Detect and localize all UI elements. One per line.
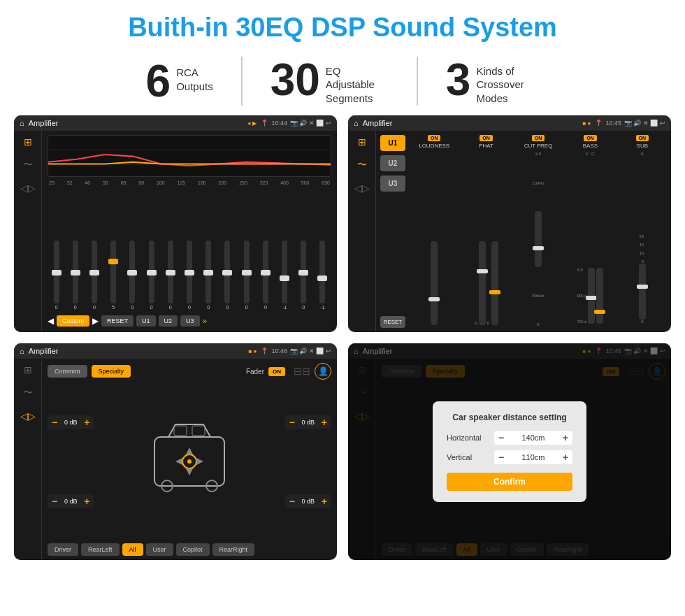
fader-home-icon[interactable]: ⌂ — [20, 347, 24, 355]
cutfreq-slider[interactable] — [535, 211, 542, 267]
crossover-cutfreq: ON CUT FREQ 3.0 100Hz 80kHz 0 — [514, 135, 563, 328]
fader-sliders-icon: ⊟⊟ — [294, 366, 310, 377]
fader-sidebar-speaker-icon[interactable]: ◁▷ — [20, 410, 36, 422]
crossover-main-content: U1 U2 U3 RESET ON LOUDNESS — [376, 131, 671, 332]
fader-dots: ■ ● — [249, 348, 257, 354]
person-icon[interactable]: 👤 — [315, 363, 331, 380]
eq-freq-labels: 253240506380100125160200250320400500630 — [48, 180, 331, 186]
eq-sliders: 0 0 0 5 0 0 0 0 0 0 0 0 -1 0 -1 — [48, 186, 331, 313]
fader-bottomright-plus[interactable]: + — [322, 496, 327, 507]
sub-scale-g: G — [640, 152, 644, 156]
eq-prev-arrow[interactable]: ◀ — [48, 316, 54, 326]
svg-point-9 — [187, 459, 192, 464]
dialog-horizontal-plus[interactable]: + — [563, 432, 568, 443]
eq-sidebar-filter-icon[interactable]: ⊞ — [24, 136, 32, 148]
fader-on-toggle[interactable]: ON — [268, 367, 285, 376]
fader-bottomright-minus[interactable]: − — [289, 496, 295, 507]
crossover-sidebar-speaker-icon[interactable]: ◁▷ — [354, 182, 370, 194]
phat-slider-1[interactable] — [479, 241, 486, 325]
bass-label: BASS — [583, 143, 598, 149]
loudness-on-badge[interactable]: ON — [428, 135, 441, 141]
bass-slider-1[interactable] — [588, 268, 595, 324]
eq-next-arrow[interactable]: ▶ — [92, 316, 99, 326]
phat-on-badge[interactable]: ON — [480, 135, 493, 141]
cutfreq-on-badge[interactable]: ON — [532, 135, 545, 141]
dialog-vertical-plus[interactable]: + — [563, 452, 568, 463]
eq-custom-btn[interactable]: Custom — [57, 315, 89, 327]
fader-specialty-tab[interactable]: Specialty — [92, 365, 131, 378]
crossover-sidebar-filter-icon[interactable]: ⊞ — [358, 136, 366, 148]
dialog-vertical-control: − 110cm + — [494, 450, 572, 464]
fader-bottomright-control: − 0 dB + — [285, 494, 331, 508]
eq-sidebar-speaker-icon[interactable]: ◁▷ — [20, 182, 36, 194]
dialog-horizontal-value: 140cm — [507, 434, 560, 442]
crossover-body: ⊞ 〜 ◁▷ U1 U2 U3 RESET ON LOUDNESS — [348, 131, 671, 332]
eq-expand-icon[interactable]: » — [203, 316, 208, 326]
fader-sidebar-wave-icon[interactable]: 〜 — [23, 387, 33, 399]
crossover-dots: ■ ● — [583, 120, 591, 127]
crossover-u2-btn[interactable]: U2 — [380, 155, 405, 171]
fader-bottomleft-minus[interactable]: − — [52, 496, 57, 507]
loudness-slider[interactable] — [431, 241, 438, 325]
fader-copilot-btn[interactable]: Copilot — [176, 543, 210, 556]
eq-graph — [48, 135, 331, 177]
eq-slider-630: -1 — [314, 241, 331, 310]
crossover-reset-btn[interactable]: RESET — [380, 316, 405, 328]
bass-slider-2[interactable] — [596, 268, 603, 324]
fader-sidebar-filter-icon[interactable]: ⊞ — [24, 364, 32, 375]
crossover-home-icon[interactable]: ⌂ — [354, 119, 359, 127]
crossover-screen: ⌂ Amplifier ■ ● 📍 10:45 📷 🔊 ✕ ⬜ ↩ ⊞ 〜 ◁▷… — [348, 115, 671, 332]
eq-reset-btn[interactable]: RESET — [101, 315, 134, 327]
eq-slider-63: 0 — [124, 241, 141, 310]
fader-topright-plus[interactable]: + — [322, 417, 327, 428]
fader-rearright-btn[interactable]: RearRight — [212, 543, 255, 556]
fader-label: Fader — [246, 368, 264, 375]
eq-slider-320: 0 — [257, 241, 274, 310]
car-diagram-container — [99, 384, 279, 539]
eq-u3-btn[interactable]: U3 — [180, 315, 200, 327]
crossover-u3-btn[interactable]: U3 — [380, 176, 405, 192]
eq-slider-80: 0 — [143, 241, 160, 310]
phat-slider-2[interactable] — [491, 241, 498, 325]
crossover-sidebar-wave-icon[interactable]: 〜 — [357, 159, 367, 171]
bass-on-badge[interactable]: ON — [584, 135, 597, 141]
fader-user-btn[interactable]: User — [146, 543, 173, 556]
eq-sidebar-wave-icon[interactable]: 〜 — [23, 159, 33, 171]
dialog-box: Car speaker distance setting Horizontal … — [433, 401, 586, 502]
phat-scale-f: F — [487, 321, 490, 325]
crossover-sub: ON SUB G 2015105 0 — [618, 135, 667, 328]
fader-topleft-plus[interactable]: + — [84, 417, 89, 428]
svg-rect-4 — [174, 426, 187, 436]
crossover-title: Amplifier — [363, 119, 579, 127]
stat-crossover-text: Kinds ofCrossover Modes — [476, 57, 539, 106]
fader-topright-minus[interactable]: − — [289, 417, 295, 428]
sub-on-badge[interactable]: ON — [636, 135, 649, 141]
eq-slider-500: 0 — [295, 241, 312, 310]
fader-common-tab[interactable]: Common — [48, 365, 87, 378]
fader-driver-btn[interactable]: Driver — [48, 543, 78, 556]
fader-rearleft-btn[interactable]: RearLeft — [81, 543, 120, 556]
eq-u1-btn[interactable]: U1 — [136, 315, 156, 327]
fader-screen: ⌂ Amplifier ■ ● 📍 10:46 📷 🔊 ✕ ⬜ ↩ ⊞ 〜 ◁▷… — [14, 343, 337, 560]
fader-main-content: Common Specialty Fader ON ⊟⊟ 👤 − 0 dB — [42, 359, 337, 560]
fader-topleft-minus[interactable]: − — [52, 417, 57, 428]
crossover-u-buttons: U1 U2 U3 RESET — [380, 135, 405, 328]
dialog-horizontal-minus[interactable]: − — [498, 432, 504, 443]
crossover-u1-btn[interactable]: U1 — [380, 135, 405, 151]
eq-u2-btn[interactable]: U2 — [159, 315, 178, 327]
dialog-vertical-minus[interactable]: − — [498, 452, 504, 463]
fader-topright-value: 0 dB — [298, 419, 319, 426]
home-icon[interactable]: ⌂ — [20, 119, 24, 127]
stat-eq-text: EQ AdjustableSegments — [326, 57, 389, 106]
fader-bottomleft-plus[interactable]: + — [84, 496, 89, 507]
dialog-confirm-button[interactable]: Confirm — [447, 473, 572, 491]
dialog-box-title: Car speaker distance setting — [447, 413, 572, 422]
eq-slider-250: 0 — [238, 241, 255, 310]
dialog-horizontal-row: Horizontal − 140cm + — [447, 431, 572, 445]
eq-dots: ● ▶ — [247, 120, 257, 127]
sub-slider[interactable] — [639, 264, 646, 320]
eq-slider-100: 0 — [161, 241, 179, 310]
fader-all-btn[interactable]: All — [122, 543, 143, 556]
fader-top-bar: Common Specialty Fader ON ⊟⊟ 👤 — [48, 363, 331, 380]
fader-topright-control: − 0 dB + — [285, 415, 331, 429]
